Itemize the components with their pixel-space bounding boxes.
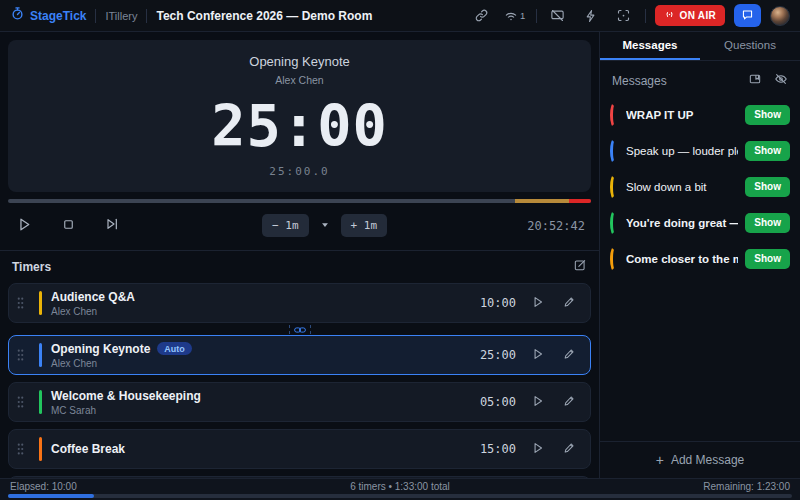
on-air-button[interactable]: ON AIR	[655, 5, 725, 26]
timer-play-button[interactable]	[527, 438, 549, 460]
show-message-button[interactable]: Show	[745, 249, 790, 269]
timer-row[interactable]: Audience Q&A Alex Chen 10:00	[8, 283, 591, 323]
message-text: WRAP IT UP	[626, 109, 738, 121]
show-message-button[interactable]: Show	[745, 141, 790, 161]
message-row[interactable]: You're doing great — ... Show	[610, 206, 790, 239]
timer-edit-button[interactable]	[558, 344, 580, 366]
message-color-bar	[610, 246, 619, 272]
timer-duration: 25:00	[480, 348, 516, 362]
timer-color-bar	[39, 437, 42, 461]
drag-handle-icon[interactable]	[16, 296, 30, 310]
org-name: ITillery	[105, 10, 137, 22]
viewer-timer-title: Opening Keynote	[249, 54, 349, 69]
message-text: Come closer to the mic	[626, 253, 738, 265]
timer-duration: 10:00	[480, 296, 516, 310]
divider	[146, 9, 147, 23]
share-link-button[interactable]	[470, 4, 494, 28]
add-message-button[interactable]: + Add Message	[600, 441, 800, 478]
timer-list: Audience Q&A Alex Chen 10:00	[0, 281, 599, 478]
message-row[interactable]: WRAP IT UP Show	[610, 98, 790, 131]
message-color-bar	[610, 174, 619, 200]
message-color-bar	[610, 138, 619, 164]
status-bar: Elapsed: 10:00 6 timers • 1:33:00 total …	[0, 478, 800, 500]
message-card-icon	[748, 72, 762, 89]
message-list: WRAP IT UP Show Speak up — louder ple...…	[600, 98, 800, 275]
timer-row[interactable]: Coffee Break 15:00	[8, 429, 591, 469]
play-button[interactable]	[14, 216, 34, 236]
top-bar: StageTick ITillery Tech Conference 2026 …	[0, 0, 800, 32]
display-off-button[interactable]	[546, 4, 570, 28]
focus-mode-button[interactable]	[612, 4, 636, 28]
skip-next-button[interactable]	[102, 216, 122, 236]
timer-duration: 15:00	[480, 442, 516, 456]
divider	[645, 9, 646, 23]
add-message-label: Add Message	[671, 453, 744, 467]
tab-questions[interactable]: Questions	[700, 32, 800, 60]
timer-edit-button[interactable]	[558, 391, 580, 413]
linked-timers-indicator[interactable]	[8, 323, 591, 335]
drag-handle-icon[interactable]	[16, 395, 30, 409]
timer-edit-button[interactable]	[558, 292, 580, 314]
message-row[interactable]: Slow down a bit Show	[610, 170, 790, 203]
timer-title: Coffee Break	[51, 442, 125, 456]
messages-section-header: Messages	[600, 61, 800, 98]
sidebar-tabs: Messages Questions	[600, 32, 800, 61]
connection-status-button[interactable]: 1	[503, 4, 527, 28]
message-text: You're doing great — ...	[626, 217, 738, 229]
viewer-time-precise: 25:00.0	[269, 165, 329, 178]
remaining-label: Remaining: 1:23:00	[450, 481, 790, 492]
timer-color-bar	[39, 390, 42, 414]
timer-speaker: Alex Chen	[51, 358, 471, 369]
flash-message-button[interactable]	[748, 72, 762, 89]
show-message-button[interactable]: Show	[745, 213, 790, 233]
timers-panel: Timers A	[0, 250, 599, 478]
dash	[310, 325, 311, 334]
main-column: Opening Keynote Alex Chen 25:00 25:00.0	[0, 32, 600, 478]
edit-timers-button[interactable]	[573, 258, 587, 275]
timer-row[interactable]: Opening Keynote Auto Alex Chen 25:00	[8, 335, 591, 375]
adjust-dropdown-button[interactable]	[315, 214, 335, 237]
timer-play-button[interactable]	[527, 292, 549, 314]
timer-edit-button[interactable]	[558, 438, 580, 460]
brand-logo[interactable]: StageTick	[10, 6, 86, 25]
app-window: StageTick ITillery Tech Conference 2026 …	[0, 0, 800, 500]
wall-clock: 20:52:42	[527, 219, 585, 233]
show-message-button[interactable]: Show	[745, 177, 790, 197]
user-avatar[interactable]	[770, 6, 790, 26]
minus-1m-button[interactable]: − 1m	[262, 214, 309, 237]
show-message-button[interactable]: Show	[745, 105, 790, 125]
timer-viewer-card: Opening Keynote Alex Chen 25:00 25:00.0	[8, 40, 591, 192]
divider	[95, 9, 96, 23]
timer-color-bar	[39, 343, 42, 367]
transport-bar: − 1m + 1m 20:52:42	[0, 203, 599, 249]
flash-button[interactable]	[579, 4, 603, 28]
timer-row[interactable]: Welcome & Housekeeping MC Sarah 05:00	[8, 382, 591, 422]
timer-info: Coffee Break	[51, 442, 471, 456]
timer-info: Opening Keynote Auto Alex Chen	[51, 342, 471, 369]
timer-title: Welcome & Housekeeping	[51, 389, 201, 403]
drag-handle-icon[interactable]	[16, 442, 30, 456]
message-row[interactable]: Speak up — louder ple... Show	[610, 134, 790, 167]
timer-play-button[interactable]	[527, 344, 549, 366]
drag-handle-icon[interactable]	[16, 348, 30, 362]
timer-speaker: Alex Chen	[51, 306, 471, 317]
chevron-down-icon	[320, 218, 330, 233]
timer-auto-badge: Auto	[157, 342, 192, 355]
timer-info: Audience Q&A Alex Chen	[51, 290, 471, 317]
tab-messages[interactable]: Messages	[600, 32, 700, 60]
timer-title: Opening Keynote	[51, 342, 150, 356]
wrapup-segment	[515, 199, 569, 203]
timer-play-button[interactable]	[527, 391, 549, 413]
plus-1m-button[interactable]: + 1m	[341, 214, 388, 237]
hide-all-button[interactable]	[774, 72, 788, 89]
chat-button[interactable]	[734, 4, 761, 27]
message-row[interactable]: Come closer to the mic Show	[610, 242, 790, 275]
timer-color-bar	[39, 291, 42, 315]
connected-count: 1	[520, 10, 525, 21]
skip-next-icon	[104, 216, 120, 235]
timer-info: Welcome & Housekeeping MC Sarah	[51, 389, 471, 416]
divider	[536, 9, 537, 23]
stop-button[interactable]	[58, 216, 78, 236]
display-off-icon	[550, 8, 565, 23]
viewer-progress	[8, 199, 591, 203]
